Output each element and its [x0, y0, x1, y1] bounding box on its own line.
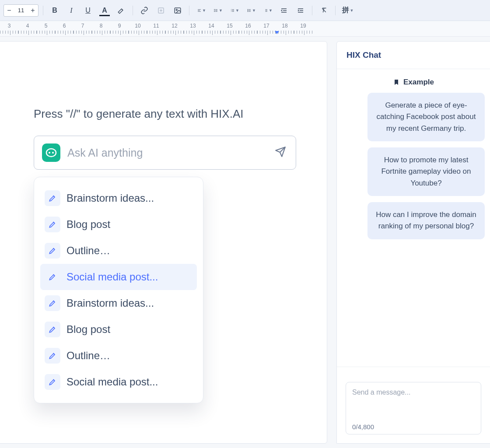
toolbar-separator [189, 6, 189, 15]
image-button[interactable] [171, 4, 185, 18]
ruler-unit: 4 [18, 23, 37, 29]
ruler-unit: 5 [37, 23, 55, 29]
toolbar-separator [312, 6, 312, 15]
ruler-unit: 16 [239, 23, 257, 29]
ask-ai-box [34, 136, 296, 170]
ruler-unit: 13 [184, 23, 202, 29]
ruler-unit: 6 [55, 23, 74, 29]
suggestion-label: Outline… [66, 245, 110, 257]
ruler-unit: 3 [0, 23, 18, 29]
suggestion-label: Brainstorm ideas... [66, 297, 154, 309]
bulleted-list-button[interactable]: ▼ [244, 4, 258, 18]
svg-point-4 [248, 10, 248, 10]
suggestion-item[interactable]: Social media post... [40, 264, 197, 290]
suggestion-label: Social media post... [66, 271, 158, 283]
ruler-unit: 8 [92, 23, 110, 29]
suggestion-label: Brainstorm ideas... [66, 192, 154, 204]
highlight-button[interactable] [114, 4, 128, 18]
ruler-unit: 14 [202, 23, 220, 29]
align-button[interactable]: ▼ [194, 4, 208, 18]
chat-header: HIX Chat [337, 42, 490, 69]
example-heading: Example [337, 69, 490, 93]
italic-button[interactable]: I [64, 4, 78, 18]
ruler-unit: 19 [294, 23, 312, 29]
font-size-stepper: − + [4, 4, 38, 17]
font-size-increase-button[interactable]: + [28, 5, 38, 16]
chat-input-box: 0/4,800 [346, 382, 481, 434]
text-color-button[interactable]: A [98, 4, 112, 18]
pencil-icon [45, 190, 60, 206]
toolbar-separator [335, 6, 336, 15]
font-size-input[interactable] [14, 7, 28, 14]
char-counter: 0/4,800 [352, 423, 475, 430]
example-prompt[interactable]: How can I improve the domain ranking of … [368, 202, 485, 239]
svg-point-5 [248, 11, 248, 11]
suggestion-label: Social media post... [66, 376, 158, 388]
font-size-decrease-button[interactable]: − [4, 5, 14, 16]
example-prompt[interactable]: Generate a piece of eye-catching Faceboo… [368, 93, 485, 141]
example-heading-text: Example [403, 78, 434, 87]
underline-button[interactable]: U [81, 4, 95, 18]
line-spacing-button[interactable]: ▼ [210, 4, 224, 18]
toolbar-separator [133, 6, 133, 15]
pencil-icon [45, 348, 60, 364]
pencil-icon [45, 269, 60, 285]
ai-bot-icon [42, 144, 60, 162]
suggestion-item[interactable]: Blog post [40, 211, 197, 238]
ruler-unit: 12 [165, 23, 184, 29]
svg-point-3 [248, 9, 248, 10]
suggestion-label: Blog post [66, 323, 110, 336]
document-page: Press "//" to generate any text with HIX… [0, 41, 327, 444]
suggestion-item[interactable]: Social media post... [40, 369, 197, 395]
insert-button[interactable] [154, 4, 168, 18]
clear-formatting-button[interactable] [317, 4, 331, 18]
checklist-button[interactable]: ▼ [227, 4, 241, 18]
toolbar-separator [43, 6, 43, 15]
ruler-unit: 15 [220, 23, 239, 29]
chat-message-input[interactable] [352, 388, 475, 420]
suggestion-item[interactable]: Outline… [40, 238, 197, 264]
suggestion-item[interactable]: Brainstorm ideas... [40, 185, 197, 211]
send-icon[interactable] [275, 146, 286, 159]
example-list: Generate a piece of eye-catching Faceboo… [337, 93, 490, 239]
pencil-icon [45, 295, 60, 311]
suggestion-label: Outline… [66, 350, 110, 362]
suggestion-item[interactable]: Blog post [40, 316, 197, 343]
horizontal-ruler: 345678910111213141516171819 [0, 21, 490, 37]
ruler-unit: 9 [110, 23, 129, 29]
ruler-unit: 17 [257, 23, 276, 29]
pencil-icon [45, 243, 60, 259]
suggestion-item[interactable]: Brainstorm ideas... [40, 290, 197, 316]
svg-point-9 [52, 152, 54, 154]
svg-point-8 [49, 152, 50, 154]
ruler-unit: 18 [276, 23, 294, 29]
bookmark-icon [393, 79, 400, 86]
chat-title: HIX Chat [346, 50, 381, 60]
formatting-toolbar: − + B I U A ▼ ▼ ▼ ▼ ▼ 拼▼ [0, 0, 490, 21]
suggestion-label: Blog post [66, 218, 110, 231]
ai-hint-text: Press "//" to generate any text with HIX… [34, 107, 296, 121]
ruler-unit: 10 [129, 23, 147, 29]
chat-panel: HIX Chat Example Generate a piece of eye… [336, 41, 490, 444]
indent-marker-icon[interactable] [274, 31, 280, 36]
ruler-unit: 11 [147, 23, 165, 29]
ruler-unit: 7 [74, 23, 92, 29]
numbered-list-button[interactable]: ▼ [260, 4, 274, 18]
indent-button[interactable] [294, 4, 308, 18]
outdent-button[interactable] [277, 4, 291, 18]
pinyin-button[interactable]: 拼▼ [340, 4, 354, 18]
chat-input-area: 0/4,800 [337, 367, 490, 443]
ask-ai-input[interactable] [67, 147, 268, 159]
suggestion-item[interactable]: Outline… [40, 343, 197, 369]
link-button[interactable] [137, 4, 151, 18]
pencil-icon [45, 374, 60, 390]
ai-suggestions-dropdown: Brainstorm ideas...Blog postOutline…Soci… [34, 177, 203, 403]
example-prompt[interactable]: How to promote my latest Fortnite gamepl… [368, 147, 485, 196]
svg-point-2 [176, 9, 177, 10]
pencil-icon [45, 217, 60, 232]
pencil-icon [45, 322, 60, 337]
bold-button[interactable]: B [48, 4, 62, 18]
